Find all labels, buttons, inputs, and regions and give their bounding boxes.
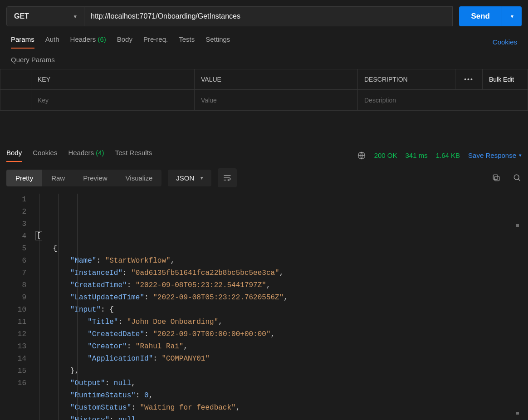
key-input-cell[interactable]: Key [31,90,195,111]
tab-headers[interactable]: Headers (6) [70,35,106,49]
chevron-down-icon: ▾ [519,152,522,158]
body-view-switcher: Pretty Raw Preview Visualize [6,170,161,186]
more-icon: ••• [464,76,474,83]
response-tab-body[interactable]: Body [6,149,22,162]
wrap-lines-button[interactable] [218,168,237,187]
params-options-button[interactable]: ••• [455,69,483,90]
headers-count-badge: (6) [98,35,106,43]
globe-icon[interactable] [357,151,366,160]
response-body-viewer[interactable]: 12345678910111213141516 [ { "Name": "Sta… [0,187,528,420]
params-check-header [0,69,31,90]
table-row[interactable]: Key Value Description [0,90,528,111]
search-icon [513,173,522,182]
query-params-heading: Query Params [0,49,528,69]
svg-point-3 [514,175,519,180]
save-response-button[interactable]: Save Response ▾ [468,151,522,159]
body-format-label: JSON [176,174,194,182]
response-tab-headers[interactable]: Headers (4) [68,149,104,162]
chevron-down-icon: ▾ [74,14,77,20]
send-options-button[interactable]: ▾ [502,6,522,26]
scroll-marker [516,224,519,227]
scroll-marker [516,412,519,415]
body-format-select[interactable]: JSON ▾ [168,170,211,186]
http-method-select[interactable]: GET ▾ [6,6,84,26]
response-tab-test-results[interactable]: Test Results [115,149,152,162]
tab-headers-label: Headers [70,35,96,43]
response-time: 341 ms [406,151,428,159]
status-code: 200 OK [374,151,397,159]
view-visualize[interactable]: Visualize [117,170,162,186]
response-tab-headers-label: Headers [68,149,94,156]
chevron-down-icon: ▾ [200,175,203,181]
svg-rect-1 [495,176,499,181]
view-preview[interactable]: Preview [74,170,116,186]
line-numbers-gutter: 12345678910111213141516 [6,194,35,420]
svg-rect-2 [493,175,498,179]
search-button[interactable] [513,173,522,182]
http-method-label: GET [14,12,29,20]
tab-tests[interactable]: Tests [179,35,195,49]
tab-auth[interactable]: Auth [45,35,59,49]
save-response-label: Save Response [468,151,516,159]
tab-params[interactable]: Params [11,35,34,49]
url-input[interactable] [84,6,453,26]
query-params-table: KEY VALUE DESCRIPTION ••• Bulk Edit Key … [0,69,528,111]
view-pretty[interactable]: Pretty [6,170,42,186]
tab-body[interactable]: Body [117,35,132,49]
params-key-header: KEY [31,69,195,90]
params-value-header: VALUE [195,69,358,90]
params-description-header: DESCRIPTION [358,69,455,90]
copy-button[interactable] [492,173,501,182]
wrap-icon [223,173,232,182]
send-button[interactable]: Send [459,6,502,26]
description-input-cell[interactable]: Description [358,90,528,111]
bulk-edit-button[interactable]: Bulk Edit [483,69,528,90]
copy-icon [492,173,501,182]
cookies-link[interactable]: Cookies [493,38,517,46]
tab-prereq[interactable]: Pre-req. [143,35,168,49]
chevron-down-icon: ▾ [511,13,513,20]
code-content: [ { "Name": "StartWorkflow", "InstanceId… [35,194,522,420]
response-tab-cookies[interactable]: Cookies [33,149,57,162]
tab-settings[interactable]: Settings [205,35,230,49]
response-headers-count-badge: (4) [96,149,104,156]
minimap-scrollbar[interactable] [513,222,522,420]
response-size: 1.64 KB [436,151,460,159]
value-input-cell[interactable]: Value [195,90,358,111]
view-raw[interactable]: Raw [42,170,74,186]
row-check-cell[interactable] [0,90,31,111]
